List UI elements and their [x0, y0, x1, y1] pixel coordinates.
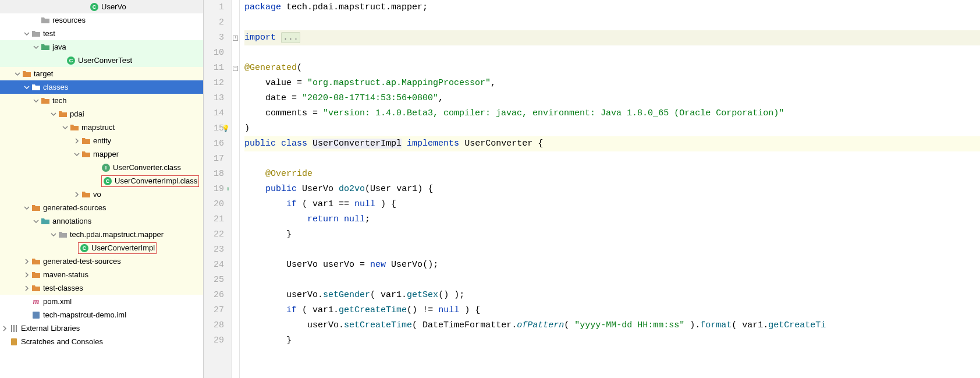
line-number[interactable]: 21 [208, 212, 224, 227]
code-line[interactable]: } [244, 333, 980, 348]
fold-strip[interactable]: + − [232, 0, 240, 378]
tree-label: UserVo [101, 2, 201, 11]
folder-icon [41, 217, 50, 226]
line-number[interactable]: 25 [208, 273, 224, 288]
code-line[interactable]: public UserVo do2vo(User var1) { [244, 182, 980, 197]
code-line[interactable]: if ( var1 == null ) { [244, 197, 980, 212]
tree-item-java[interactable]: java [0, 40, 203, 54]
folder-icon [31, 29, 41, 38]
tree-item-maven-status[interactable]: maven-status [0, 268, 203, 281]
tree-item-mapper[interactable]: mapper [0, 147, 203, 161]
line-number[interactable]: 16 [208, 136, 224, 151]
tree-item-target[interactable]: target [0, 67, 203, 80]
tree-label: tech [52, 96, 201, 105]
code-line[interactable]: package tech.pdai.mapstruct.mapper; [244, 0, 980, 15]
line-number[interactable]: 24 [208, 257, 224, 273]
line-number[interactable]: 15💡 [208, 121, 224, 136]
tree-item-pom[interactable]: m pom.xml [0, 295, 203, 308]
code-line[interactable] [244, 242, 980, 257]
line-number[interactable]: 3 [208, 30, 224, 45]
folder-icon [31, 83, 41, 92]
override-icon[interactable]: ⬆ [226, 182, 230, 197]
tree-item-generated-test-sources[interactable]: generated-test-sources [0, 255, 203, 268]
line-number[interactable]: 10 [208, 45, 224, 61]
line-number[interactable]: 28 [208, 318, 224, 333]
code-line[interactable]: import ... [244, 30, 980, 45]
tree-item-uservo[interactable]: C UserVo [0, 0, 203, 13]
line-number[interactable]: 18 [208, 167, 224, 182]
code-line[interactable] [244, 273, 980, 288]
tree-label: test [43, 29, 201, 38]
tree-item-test[interactable]: test [0, 27, 203, 40]
code-line[interactable] [244, 151, 980, 167]
class-icon: C [103, 176, 112, 186]
tree-item-mapstruct[interactable]: mapstruct [0, 121, 203, 134]
tree-label: entity [93, 136, 201, 145]
tree-item-userconverter-class[interactable]: I UserConverter.class [0, 161, 203, 174]
code-editor[interactable]: 1 2 3 10 11 12 13 14 15💡 16 17 18 19⬆ 20… [204, 0, 980, 378]
line-number[interactable]: 13 [208, 91, 224, 106]
tree-item-userconvertest[interactable]: C UserConverTest [0, 54, 203, 67]
bulb-icon[interactable]: 💡 [222, 121, 230, 136]
tree-item-tech-pkg[interactable]: tech.pdai.mapstruct.mapper [0, 228, 203, 241]
tree-item-vo[interactable]: vo [0, 188, 203, 201]
tree-item-scratches[interactable]: Scratches and Consoles [0, 335, 203, 348]
svg-rect-0 [33, 312, 40, 319]
line-number[interactable]: 14 [208, 106, 224, 121]
line-number[interactable]: 22 [208, 227, 224, 242]
tree-label: UserConverTest [78, 56, 201, 65]
line-number[interactable]: 26 [208, 288, 224, 303]
fold-icon[interactable]: − [233, 66, 238, 71]
tree-item-userconverterimpl-class[interactable]: C UserConverterImpl.class [0, 174, 203, 188]
tree-item-generated-sources[interactable]: generated-sources [0, 201, 203, 214]
tree-item-external-libraries[interactable]: External Libraries [0, 322, 203, 335]
code-line[interactable]: if ( var1.getCreateTime() != null ) { [244, 303, 980, 318]
code-line[interactable]: value = "org.mapstruct.ap.MappingProcess… [244, 76, 980, 91]
line-number[interactable]: 20 [208, 197, 224, 212]
tree-item-tech[interactable]: tech [0, 94, 203, 107]
code-line[interactable]: userVo.setGender( var1.getSex() ); [244, 288, 980, 303]
code-area[interactable]: package tech.pdai.mapstruct.mapper; impo… [240, 0, 980, 378]
tree-item-classes[interactable]: classes [0, 80, 203, 94]
code-line[interactable] [244, 45, 980, 61]
fold-icon[interactable]: + [233, 36, 238, 41]
line-number[interactable]: 2 [208, 15, 224, 30]
code-line[interactable]: public class UserConverterImpl implement… [244, 136, 980, 151]
line-number[interactable]: 29 [208, 333, 224, 348]
line-number[interactable]: 11 [208, 61, 224, 76]
line-number[interactable]: 17 [208, 151, 224, 167]
code-line[interactable]: } [244, 227, 980, 242]
code-line[interactable]: ) [244, 121, 980, 136]
line-number[interactable]: 27 [208, 303, 224, 318]
folded-region[interactable]: ... [281, 32, 300, 43]
highlight-box: C UserConverterImpl [78, 242, 157, 254]
line-number[interactable]: 12 [208, 76, 224, 91]
project-tree[interactable]: C UserVo resources test java C UserConve… [0, 0, 204, 378]
code-line[interactable]: date = "2020-08-17T14:53:56+0800", [244, 91, 980, 106]
tree-item-resources[interactable]: resources [0, 13, 203, 27]
code-line[interactable]: userVo.setCreateTime( DateTimeFormatter.… [244, 318, 980, 333]
library-icon [9, 324, 19, 333]
folder-icon [31, 203, 41, 213]
code-line[interactable] [244, 15, 980, 30]
code-line[interactable]: return null; [244, 212, 980, 227]
tree-item-userconverterimpl[interactable]: C UserConverterImpl [0, 241, 203, 255]
class-icon: C [66, 56, 76, 65]
line-number[interactable]: 1 [208, 0, 224, 15]
line-number[interactable]: 19⬆ [208, 182, 224, 197]
tree-label: UserConverter.class [113, 163, 201, 172]
line-number[interactable]: 23 [208, 242, 224, 257]
code-line[interactable]: @Generated( [244, 61, 980, 76]
tree-item-iml[interactable]: tech-mapstrcut-demo.iml [0, 308, 203, 322]
folder-icon [81, 150, 91, 159]
tree-item-entity[interactable]: entity [0, 134, 203, 147]
line-gutter[interactable]: 1 2 3 10 11 12 13 14 15💡 16 17 18 19⬆ 20… [204, 0, 232, 378]
code-line[interactable]: comments = "version: 1.4.0.Beta3, compil… [244, 106, 980, 121]
tree-item-test-classes[interactable]: test-classes [0, 281, 203, 295]
tree-label: test-classes [43, 284, 201, 292]
tree-item-annotations[interactable]: annotations [0, 214, 203, 228]
code-line[interactable]: @Override [244, 167, 980, 182]
tree-item-pdai[interactable]: pdai [0, 107, 203, 121]
code-line[interactable]: UserVo userVo = new UserVo(); [244, 257, 980, 273]
tree-label: annotations [52, 217, 201, 225]
